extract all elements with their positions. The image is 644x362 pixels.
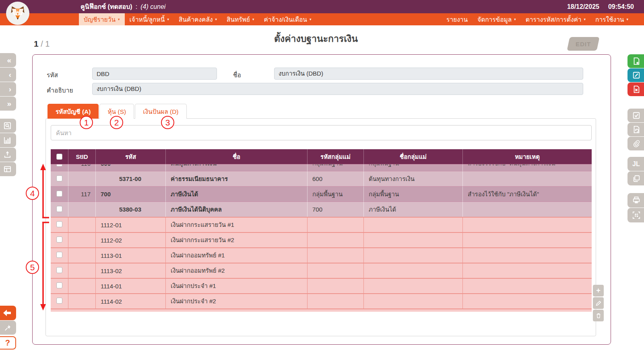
cell-stid xyxy=(68,293,96,309)
row-checkbox[interactable] xyxy=(56,221,62,227)
pin-button[interactable] xyxy=(0,321,16,335)
main-form-box: รหัส ชื่อ คำอธิบาย รหัสบัญชี (A)หุ้น (S)… xyxy=(32,54,611,345)
row-select-cell xyxy=(51,164,68,171)
nav-last-button[interactable]: » xyxy=(0,97,16,111)
cell-name: เงินฝากกระแสรายวัน #1 xyxy=(166,217,308,232)
menu-item-left-1[interactable]: เจ้าหนี้/ลูกหนี้▾ xyxy=(125,13,174,25)
row-checkbox[interactable] xyxy=(56,267,62,273)
row-select-cell xyxy=(51,263,68,278)
row-checkbox[interactable] xyxy=(56,175,62,181)
plus-icon: + xyxy=(596,286,601,295)
qr-scan-button[interactable] xyxy=(627,208,644,222)
cell-stid xyxy=(68,171,96,186)
row-select-cell xyxy=(51,247,68,263)
row-checkbox[interactable] xyxy=(56,206,62,212)
upload-button[interactable] xyxy=(0,148,16,162)
table-row[interactable]: 1113-01 เงินฝากออมทรัพย์ #1 xyxy=(51,247,592,263)
edit-button[interactable]: EDIT xyxy=(567,37,599,51)
revert-document-button[interactable] xyxy=(627,123,644,136)
approve-button[interactable] xyxy=(627,109,644,122)
menu-item-left-3[interactable]: สินทรัพย์▾ xyxy=(222,13,259,25)
row-checkbox[interactable] xyxy=(56,164,62,167)
cell-note xyxy=(463,202,592,217)
nav-first-icon: « xyxy=(7,56,11,64)
row-select-cell xyxy=(51,293,68,309)
menu-item-right-2[interactable]: ตารางรหัส/การตั้งค่า▾ xyxy=(521,13,590,25)
tab-0[interactable]: รหัสบัญชี (A) xyxy=(47,104,99,119)
bar-chart-icon xyxy=(4,136,11,144)
row-checkbox[interactable] xyxy=(56,237,62,243)
table-row[interactable]: 5371-00 ค่าธรรมเนียมธนาคาร 600 ต้นทุนทาง… xyxy=(51,171,592,186)
code-field[interactable] xyxy=(92,68,217,80)
select-all-cell xyxy=(51,149,68,164)
file-revert-icon xyxy=(632,125,640,134)
nav-first-button[interactable]: « xyxy=(0,53,16,67)
cell-parent-code xyxy=(308,247,364,263)
table-body: 116 600 ต้นทุนทางการเงิน กลุ่มพื้นฐาน กล… xyxy=(51,164,592,309)
cell-note xyxy=(463,247,592,263)
menu-item-left-4[interactable]: ค่าจ้าง/เงินเดือน▾ xyxy=(259,13,316,25)
row-checkbox[interactable] xyxy=(56,252,62,258)
cell-stid: 117 xyxy=(68,186,96,202)
chevron-down-icon: ▾ xyxy=(584,17,586,21)
description-field[interactable] xyxy=(92,83,583,95)
menu-item-left-0[interactable]: บัญชีรายวัน▾ xyxy=(79,13,125,25)
file-plus-icon xyxy=(632,57,640,65)
table-row[interactable]: 1112-02 เงินฝากกระแสรายวัน #2 xyxy=(51,232,592,247)
search-document-button[interactable] xyxy=(0,119,16,133)
cell-parent-name: กลุ่มพื้นฐาน xyxy=(364,164,463,171)
row-add-button[interactable]: + xyxy=(593,285,604,296)
row-checkbox[interactable] xyxy=(56,282,62,288)
table-grid-icon xyxy=(4,165,11,173)
nav-prev-button[interactable]: ‹ xyxy=(0,68,16,82)
edit-record-button[interactable] xyxy=(627,68,644,82)
row-select-cell xyxy=(51,186,68,202)
help-button[interactable]: ? xyxy=(0,336,16,350)
tab-2[interactable]: เงินปันผล (D) xyxy=(135,104,186,119)
name-field[interactable] xyxy=(274,68,583,80)
back-button[interactable] xyxy=(0,306,16,320)
search-document-icon xyxy=(4,122,11,130)
table-row[interactable]: 1113-02 เงินฝากออมทรัพย์ #2 xyxy=(51,263,592,278)
print-button[interactable] xyxy=(627,193,644,208)
row-checkbox[interactable] xyxy=(56,191,62,197)
cell-code: 1113-01 xyxy=(96,247,166,263)
table-header-row: StID รหัส ชื่อ รหัสกลุ่มแม่ ชื่อกลุ่มแม่… xyxy=(51,149,592,164)
attachment-button[interactable] xyxy=(627,137,644,150)
journal-button[interactable]: JL xyxy=(627,157,644,171)
chevron-down-icon: ▾ xyxy=(252,17,254,21)
fox-logo-icon[interactable] xyxy=(6,2,29,25)
menu-item-right-1[interactable]: จัดการข้อมูล▾ xyxy=(473,13,521,25)
row-select-cell xyxy=(51,232,68,247)
cell-code: 1113-02 xyxy=(96,263,166,278)
cell-parent-code xyxy=(308,232,364,247)
menu-item-right-3[interactable]: การใช้งาน▾ xyxy=(590,13,633,25)
cell-name: ค่าธรรมเนียมธนาคาร xyxy=(166,171,308,186)
table-row[interactable]: 1114-02 เงินฝากประจำ #2 xyxy=(51,293,592,309)
cell-stid xyxy=(68,278,96,293)
nav-next-button[interactable]: › xyxy=(0,82,16,96)
table-row[interactable]: 117 700 ภาษีเงินได้ กลุ่มพื้นฐาน กลุ่มพื… xyxy=(51,186,592,202)
search-input[interactable] xyxy=(51,125,592,140)
app-title: คูนิฟ๊อกซ์ (ทดสอบ) : (4) cunei xyxy=(80,2,165,12)
delete-record-button[interactable] xyxy=(627,82,644,96)
table-row[interactable]: 1112-01 เงินฝากกระแสรายวัน #1 xyxy=(51,217,592,232)
row-select-cell xyxy=(51,171,68,186)
table-row-sliver xyxy=(51,309,592,312)
table-view-button[interactable] xyxy=(0,162,16,176)
table-row[interactable]: 1114-01 เงินฝากประจำ #1 xyxy=(51,278,592,293)
menu-item-right-0[interactable]: รายงาน xyxy=(442,13,473,25)
row-edit-button[interactable] xyxy=(593,297,604,309)
chart-button[interactable] xyxy=(0,133,16,147)
table-row[interactable]: 116 600 ต้นทุนทางการเงิน กลุ่มพื้นฐาน กล… xyxy=(51,164,592,171)
copy-button[interactable] xyxy=(627,171,644,185)
add-record-button[interactable] xyxy=(627,54,644,68)
select-all-checkbox[interactable] xyxy=(56,154,62,160)
row-delete-button[interactable] xyxy=(593,310,604,321)
row-checkbox[interactable] xyxy=(56,298,62,304)
cell-name: เงินฝากกระแสรายวัน #2 xyxy=(166,232,308,247)
table-row[interactable]: 5380-03 ภาษีเงินได้นิติบุคคล 700 ภาษีเงิ… xyxy=(51,202,592,217)
chevron-down-icon: ▾ xyxy=(626,17,628,21)
menu-item-left-2[interactable]: สินค้าคงคลัง▾ xyxy=(174,13,222,25)
menu-left: บัญชีรายวัน▾เจ้าหนี้/ลูกหนี้▾สินค้าคงคลั… xyxy=(79,13,316,25)
